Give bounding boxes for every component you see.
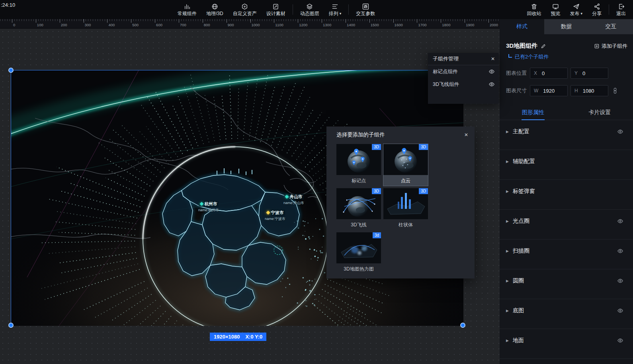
ruler-label: 1700 [418, 23, 426, 27]
right-panel: 样式 数据 交互 3D地图组件 添加子组件 已有2个子组件 图表位置 X 0 Y… [500, 19, 633, 364]
ruler-tick [393, 19, 394, 23]
subcomponent-item-list: 标记点组件3D飞线组件 [428, 65, 499, 91]
size-value: 1920×1080 [214, 334, 240, 340]
ruler-tick [369, 19, 370, 23]
tool-custom-assets[interactable]: 自定义资产 [228, 0, 262, 19]
share-icon [594, 3, 600, 10]
section-label: 地面 [513, 337, 524, 344]
action-recycle-bin[interactable]: 回收站 [522, 0, 546, 19]
subcomponent-tile-grid: 3D标记点3D点云3D3D飞线3D柱状体3d3D地图热力图 [336, 144, 472, 276]
eye-icon[interactable] [617, 128, 623, 135]
tool-geo-3d[interactable]: 地理/3D [201, 0, 228, 19]
tab-interaction[interactable]: 交互 [588, 19, 633, 34]
marker-name: 杭州市 [205, 201, 217, 206]
x-input[interactable]: X 0 [530, 68, 568, 79]
map-marker[interactable]: 宁波市name:宁波市 [265, 210, 285, 222]
map-marker[interactable]: 舟山市name:舟山市 [283, 194, 304, 206]
panel-section[interactable]: ▶底图 [500, 299, 633, 329]
ruler-label: 1400 [347, 23, 355, 27]
add-subcomponent-button[interactable]: 添加子组件 [594, 43, 627, 50]
ruler-tick [417, 19, 417, 23]
selection-handle-bottom-left[interactable] [8, 323, 14, 328]
width-input[interactable]: W 1920 [530, 85, 568, 96]
y-input[interactable]: Y 0 [570, 68, 608, 79]
panel-section[interactable]: ▶标签弹窗 [500, 180, 633, 210]
tool-design-materials[interactable]: 设计素材 [262, 0, 290, 19]
marker-subtext: name:杭州市 [198, 208, 219, 213]
subcomponent-tile-bars[interactable]: 3D柱状体 [383, 188, 428, 230]
selection-handle-bottom-right[interactable] [460, 323, 465, 328]
ruler-label: 500 [132, 23, 139, 27]
action-publish[interactable]: 发布▾ [565, 0, 587, 19]
eye-icon[interactable] [488, 68, 495, 75]
right-panel-tabs: 样式 数据 交互 [500, 19, 633, 34]
tool-arrange[interactable]: 排列▾ [324, 0, 346, 19]
selection-size-badge: 1920×1080 X:0 Y:0 [210, 333, 266, 341]
panel-section[interactable]: ▶圆圈 [500, 269, 633, 299]
subcomponent-tile-flyline[interactable]: 3D3D飞线 [336, 188, 381, 230]
tool-regular-components[interactable]: 常规组件 [173, 0, 201, 19]
action-label: 分享 [592, 11, 602, 16]
ruler-label: 1600 [395, 23, 403, 27]
action-preview[interactable]: 预览 [546, 0, 565, 19]
panel-section[interactable]: ▶光点圈 [500, 210, 633, 239]
ruler-label: 800 [204, 23, 210, 27]
eye-icon[interactable] [617, 337, 623, 344]
panel-section[interactable]: ▶扫描圈 [500, 239, 633, 269]
ruler-label: 1900 [466, 23, 474, 27]
subcomponent-count-text: 已有2个子组件 [515, 53, 549, 60]
subcomponent-tile-heatmap[interactable]: 3d3D地图热力图 [336, 232, 381, 274]
section-label: 主配置 [513, 128, 529, 135]
recycle-bin-icon [531, 3, 537, 10]
ruler-tick [84, 19, 84, 23]
eye-icon[interactable] [617, 278, 623, 284]
ruler-label: 1800 [442, 23, 450, 27]
subcomponent-count-link[interactable]: 已有2个子组件 [508, 53, 627, 60]
panel-section[interactable]: ▶地面 [500, 329, 633, 359]
selection-handle-top-left[interactable] [8, 68, 14, 73]
tab-style[interactable]: 样式 [500, 19, 544, 34]
section-label: 底图 [513, 307, 524, 314]
eye-icon[interactable] [617, 308, 623, 314]
globe-3d-icon [211, 3, 218, 10]
tile-label: 3D飞线 [336, 219, 381, 229]
action-share[interactable]: 分享 [587, 0, 606, 19]
tool-dynamic-layers[interactable]: 动态图层 [295, 0, 324, 19]
close-icon[interactable]: ✕ [491, 56, 495, 62]
subcomponent-item[interactable]: 标记点组件 [428, 65, 499, 78]
chart-size-label: 图表尺寸 [506, 87, 530, 94]
tab-graphic-properties[interactable]: 图形属性 [500, 105, 567, 120]
marker-name: 宁波市 [271, 210, 284, 215]
height-input[interactable]: H 1080 [570, 85, 608, 96]
edit-pencil-icon[interactable] [541, 43, 546, 49]
subcomponent-item[interactable]: 3D飞线组件 [428, 78, 499, 91]
close-icon[interactable]: ✕ [464, 132, 468, 138]
tab-data[interactable]: 数据 [544, 19, 589, 34]
ruler-label: 0 [13, 23, 15, 27]
section-label: 光点圈 [513, 218, 529, 225]
tool-interaction-params[interactable]: 交互参数 [351, 0, 380, 19]
eye-icon[interactable] [617, 218, 623, 224]
eye-icon[interactable] [617, 248, 623, 254]
subcomponent-tile-marker[interactable]: 3D标记点 [336, 144, 381, 186]
aspect-link-icon[interactable] [612, 88, 618, 94]
subcomponent-item-label: 3D飞线组件 [433, 81, 459, 88]
chevron-right-icon: ▶ [506, 219, 509, 223]
add-square-icon [594, 43, 600, 49]
tile-preview: 3D [383, 144, 428, 175]
subcomponent-tile-pointcloud[interactable]: 3D点云 [383, 144, 428, 186]
toolbar-divider [609, 4, 609, 15]
marker-pin-icon [266, 210, 270, 214]
chevron-right-icon: ▶ [506, 249, 509, 253]
panel-section[interactable]: ▶主配置 [500, 120, 633, 150]
action-exit[interactable]: 退出 [612, 0, 631, 19]
eye-icon[interactable] [488, 81, 495, 88]
map-marker[interactable]: 杭州市name:杭州市 [198, 201, 219, 213]
tile-label: 标记点 [336, 175, 381, 185]
ruler-tick [441, 19, 441, 23]
section-label: 标签弹窗 [513, 188, 535, 195]
panel-section[interactable]: ▶辅助配置 [500, 150, 633, 180]
marker-subtext: name:宁波市 [265, 216, 285, 222]
ruler-label: 1100 [275, 23, 283, 27]
tab-card-settings[interactable]: 卡片设置 [567, 105, 633, 120]
